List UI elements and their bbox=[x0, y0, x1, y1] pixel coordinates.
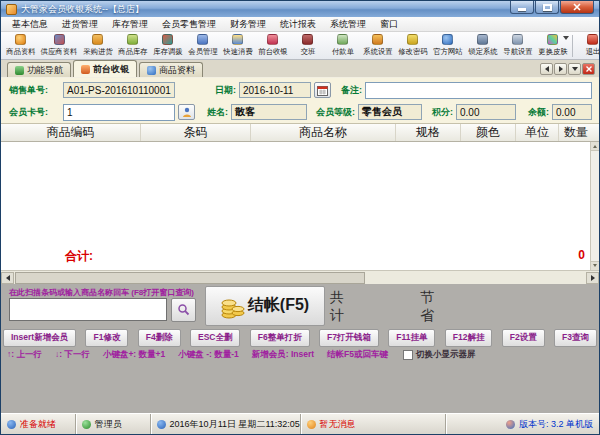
checkbox-icon[interactable] bbox=[403, 350, 413, 360]
toolbar-shift[interactable]: 交班 bbox=[290, 32, 325, 59]
member-lookup-button[interactable] bbox=[178, 104, 195, 120]
name-label: 姓名: bbox=[207, 106, 228, 119]
menu-member-retail-mgmt[interactable]: 会员零售管理 bbox=[155, 17, 223, 32]
balance-label: 余额: bbox=[528, 106, 549, 119]
tab-goods-info[interactable]: 商品资料 bbox=[139, 62, 203, 77]
coins-icon bbox=[221, 293, 245, 319]
f4-delete-button[interactable]: F4删除 bbox=[138, 329, 181, 347]
f6-discount-button[interactable]: F6整单打折 bbox=[250, 329, 310, 347]
toolbar-cashier[interactable]: 前台收银 bbox=[255, 32, 290, 59]
toolbar-purchase[interactable]: 采购进货 bbox=[80, 32, 115, 59]
maximize-icon bbox=[543, 4, 552, 11]
title-bar: 大管家会员收银系统--【总店】 bbox=[1, 1, 599, 17]
col-product-code[interactable]: 商品编码 bbox=[1, 124, 141, 141]
toolbar-skin[interactable]: 更换皮肤 bbox=[535, 32, 570, 59]
col-barcode[interactable]: 条码 bbox=[141, 124, 251, 141]
points-label: 积分: bbox=[432, 106, 453, 119]
hint-checkout-key: 结帐F5或回车键 bbox=[327, 349, 388, 361]
tab-function-nav[interactable]: 功能导航 bbox=[7, 62, 71, 77]
chevron-down-icon bbox=[563, 36, 569, 40]
stock-icon bbox=[127, 34, 138, 45]
vertical-scrollbar[interactable] bbox=[590, 142, 599, 270]
menu-finance-mgmt[interactable]: 财务管理 bbox=[223, 17, 273, 32]
minimize-button[interactable] bbox=[510, 1, 534, 14]
toolbar-supplier[interactable]: 供应商资料 bbox=[38, 32, 80, 59]
app-icon bbox=[6, 4, 17, 15]
f11-hold-order-button[interactable]: F11挂单 bbox=[388, 329, 435, 347]
total-label: 合计: bbox=[65, 248, 93, 265]
tab-front-cashier[interactable]: 前台收银 bbox=[73, 60, 137, 77]
menu-inventory-mgmt[interactable]: 库存管理 bbox=[105, 17, 155, 32]
goods-info-icon bbox=[15, 34, 26, 45]
scan-zone: 在此扫描条码或输入商品名称回车 (F8打开窗口查询) 结帐(F5) bbox=[1, 286, 599, 328]
toolbar-goods-info[interactable]: 商品资料 bbox=[3, 32, 38, 59]
f1-edit-button[interactable]: F1修改 bbox=[85, 329, 128, 347]
status-ready-icon bbox=[7, 420, 16, 429]
menu-purchase-mgmt[interactable]: 进货管理 bbox=[55, 17, 105, 32]
toolbar-exit[interactable]: 退出 bbox=[575, 32, 599, 59]
date-label: 日期: bbox=[215, 84, 236, 97]
f2-settings-button[interactable]: F2设置 bbox=[502, 329, 545, 347]
lock-icon bbox=[477, 34, 488, 45]
menu-window[interactable]: 窗口 bbox=[373, 17, 405, 32]
menu-basic-info[interactable]: 基本信息 bbox=[5, 17, 55, 32]
close-button[interactable] bbox=[560, 1, 594, 14]
f7-open-drawer-button[interactable]: F7打开钱箱 bbox=[319, 329, 379, 347]
menu-system-mgmt[interactable]: 系统管理 bbox=[323, 17, 373, 32]
checkout-button[interactable]: 结帐(F5) bbox=[205, 286, 325, 326]
hint-qty-plus: 小键盘+: 数量+1 bbox=[103, 349, 165, 361]
insert-add-member-button[interactable]: Insert新增会员 bbox=[3, 329, 76, 347]
toolbar-transfer[interactable]: 库存调拨 bbox=[150, 32, 185, 59]
minimize-icon bbox=[518, 8, 526, 11]
horizontal-scrollbar[interactable] bbox=[1, 270, 599, 284]
calendar-button[interactable] bbox=[314, 82, 331, 98]
scroll-down-button[interactable] bbox=[591, 261, 599, 270]
small-display-label: 切换小显示器屏 bbox=[416, 349, 476, 361]
product-search-button[interactable] bbox=[171, 298, 196, 322]
f3-query-button[interactable]: F3查询 bbox=[554, 329, 597, 347]
toolbar-payment[interactable]: 付款单 bbox=[325, 32, 360, 59]
tab-list-button[interactable] bbox=[568, 63, 581, 75]
small-display-toggle[interactable]: 切换小显示器屏 bbox=[403, 349, 476, 361]
purchase-icon bbox=[92, 34, 103, 45]
user-icon bbox=[82, 420, 91, 429]
toolbar-settings[interactable]: 系统设置 bbox=[360, 32, 395, 59]
scroll-left-button[interactable] bbox=[1, 272, 14, 284]
scrollbar-thumb[interactable] bbox=[15, 272, 365, 284]
col-unit[interactable]: 单位 bbox=[516, 124, 559, 141]
maximize-button[interactable] bbox=[535, 1, 559, 14]
card-no-label: 会员卡号: bbox=[9, 106, 63, 119]
toolbar-nav-settings[interactable]: 导航设置 bbox=[500, 32, 535, 59]
checkout-panel: 在此扫描条码或输入商品名称回车 (F8打开窗口查询) 结帐(F5) bbox=[1, 284, 599, 414]
scroll-up-button[interactable] bbox=[591, 142, 599, 151]
col-quantity[interactable]: 数量 bbox=[559, 124, 593, 141]
tab-scroll-left-button[interactable] bbox=[540, 63, 553, 75]
items-grid-body[interactable]: 合计: 0 bbox=[1, 142, 599, 270]
card-no-input[interactable] bbox=[63, 104, 175, 121]
menu-statistics[interactable]: 统计报表 bbox=[273, 17, 323, 32]
toolbar-lock[interactable]: 锁定系统 bbox=[465, 32, 500, 59]
scan-hint-label: 在此扫描条码或输入商品名称回车 (F8打开窗口查询) bbox=[9, 287, 194, 298]
nav-settings-icon bbox=[512, 34, 523, 45]
toolbar-member[interactable]: 会员管理 bbox=[185, 32, 220, 59]
esc-clear-all-button[interactable]: ESC全删 bbox=[190, 329, 240, 347]
toolbar-stock[interactable]: 商品库存 bbox=[115, 32, 150, 59]
scroll-right-button[interactable] bbox=[586, 272, 599, 284]
menu-bar: 基本信息 进货管理 库存管理 会员零售管理 财务管理 统计报表 系统管理 窗口 bbox=[1, 17, 599, 32]
f12-resume-order-button[interactable]: F12解挂 bbox=[445, 329, 493, 347]
tab-close-button[interactable] bbox=[582, 63, 595, 75]
window-controls bbox=[509, 1, 594, 14]
toolbar-quick-sale[interactable]: 快速消费 bbox=[220, 32, 255, 59]
website-icon bbox=[442, 34, 453, 45]
form-row-1: 销售单号: A01-PS-201610110001 日期: 2016-10-11… bbox=[1, 79, 599, 101]
col-spec[interactable]: 规格 bbox=[396, 124, 461, 141]
toolbar-website[interactable]: 官方网站 bbox=[430, 32, 465, 59]
tab-scroll-right-button[interactable] bbox=[554, 63, 567, 75]
col-color[interactable]: 颜色 bbox=[461, 124, 516, 141]
col-product-name[interactable]: 商品名称 bbox=[251, 124, 396, 141]
remark-input[interactable] bbox=[365, 82, 592, 99]
barcode-scan-input[interactable] bbox=[9, 298, 167, 321]
toolbar-password[interactable]: 修改密码 bbox=[395, 32, 430, 59]
arrow-right-icon bbox=[559, 66, 563, 72]
form-row-2: 会员卡号: 姓名: 散客 会员等级: 零售会员 积分: 0.00 余额: 0.0… bbox=[1, 101, 599, 123]
